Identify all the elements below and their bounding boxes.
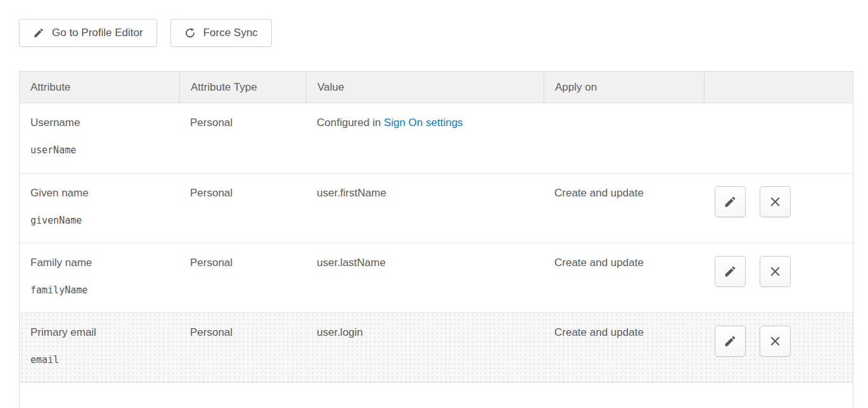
attribute-key: givenName [30,215,169,226]
attribute-type: Personal [190,257,233,269]
sign-on-settings-link[interactable]: Sign On settings [384,117,463,129]
apply-on-value: Create and update [554,257,644,269]
attribute-name: Primary email [30,326,169,339]
column-header-value: Value [306,72,544,103]
attribute-type: Personal [190,326,233,338]
column-header-attribute-type: Attribute Type [179,72,306,103]
attribute-type: Personal [190,117,233,129]
go-to-profile-editor-label: Go to Profile Editor [52,27,143,39]
value-text: user.login [317,326,363,338]
attribute-key: email [30,354,169,366]
force-sync-button[interactable]: Force Sync [170,19,272,47]
pencil-icon [33,27,44,39]
value-text: Configured in [317,117,384,129]
table-row-given-name: Given name givenName Personal user.first… [20,173,853,243]
close-icon [769,335,782,348]
table-row-partial [20,382,853,408]
attribute-mappings-table: Attribute Attribute Type Value Apply on … [19,71,853,408]
table-row-username: Username userName Personal Configured in… [20,103,853,173]
table-header: Attribute Attribute Type Value Apply on [20,72,853,103]
go-to-profile-editor-button[interactable]: Go to Profile Editor [19,19,157,47]
table-row-family-name: Family name familyName Personal user.las… [20,243,853,312]
column-header-actions [704,72,853,103]
apply-on-value: Create and update [554,187,644,199]
edit-attribute-button[interactable] [715,186,746,217]
attribute-name: Username [30,117,169,129]
pencil-icon [724,195,737,208]
toolbar: Go to Profile Editor Force Sync [19,19,852,47]
refresh-icon [184,27,196,39]
column-header-attribute: Attribute [20,72,179,103]
pencil-icon [724,265,737,278]
remove-attribute-button[interactable] [760,256,791,287]
attribute-key: familyName [30,284,169,296]
remove-attribute-button[interactable] [760,326,791,357]
attribute-name: Given name [30,187,169,200]
provisioning-attributes-page: Go to Profile Editor Force Sync Attribut… [0,0,868,408]
remove-attribute-button[interactable] [760,186,791,217]
close-icon [769,265,782,278]
attribute-name: Family name [30,257,169,269]
force-sync-label: Force Sync [203,27,258,39]
table-row-primary-email: Primary email email Personal user.login … [20,312,853,382]
value-text: user.firstName [317,187,386,199]
attribute-key: userName [30,144,169,156]
column-header-apply-on: Apply on [544,72,704,103]
apply-on-value: Create and update [554,326,644,338]
attribute-type: Personal [190,187,233,199]
pencil-icon [724,335,737,348]
edit-attribute-button[interactable] [715,326,746,357]
edit-attribute-button[interactable] [715,256,746,287]
value-text: user.lastName [317,257,386,269]
close-icon [769,195,782,208]
